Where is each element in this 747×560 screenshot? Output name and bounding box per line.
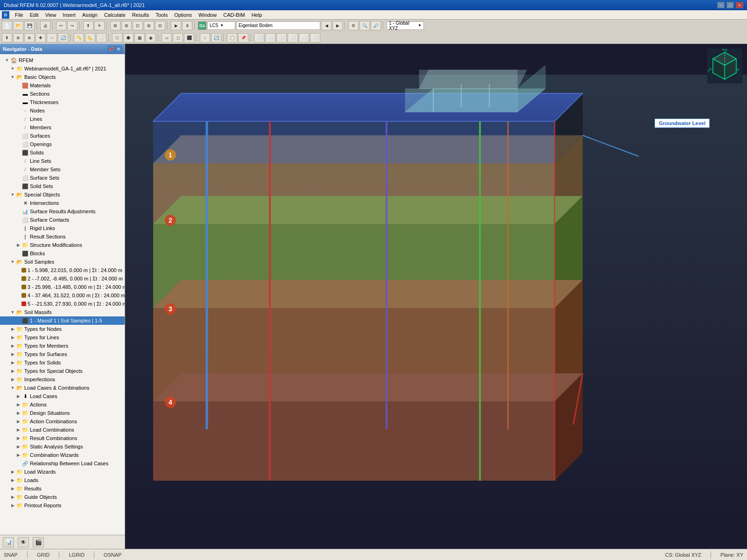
tree-surface-sets[interactable]: ⬜ Surface Sets xyxy=(0,174,125,182)
close-btn[interactable]: × xyxy=(736,2,743,8)
r2-13[interactable]: ◉ xyxy=(146,33,156,42)
undo-btn[interactable]: ↩ xyxy=(56,21,66,30)
tree-soil1[interactable]: 1 - 5.998, 22.015, 0.000 m | Σt : 24.000… xyxy=(0,266,125,274)
r2-22[interactable]: ⬜ xyxy=(265,33,275,42)
tree-soil3[interactable]: 3 - 25.998, -13.485, 0.000 m | Σt : 24.0… xyxy=(0,283,125,291)
grid-status[interactable]: GRID xyxy=(37,552,50,558)
tree-surfaces[interactable]: ⬜ Surfaces xyxy=(0,132,125,140)
print-btn[interactable]: 🖨 xyxy=(40,21,50,30)
tb12[interactable]: 🔎 xyxy=(371,21,381,30)
r2-5[interactable]: ↔ xyxy=(47,33,57,42)
lc-selector[interactable]: LC5 ▼ xyxy=(207,21,235,30)
tree-solids[interactable]: ⬛ Solids xyxy=(0,148,125,157)
tree-result-sections[interactable]: | Result Sections xyxy=(0,232,125,241)
redo-btn[interactable]: ↪ xyxy=(67,21,78,30)
tree-types-solids[interactable]: ▶ 📁 Types for Solids xyxy=(0,358,125,367)
basic-toggle[interactable]: ▼ xyxy=(9,74,16,80)
nav-view-btn[interactable]: 🎬 xyxy=(33,537,44,547)
osnap-status[interactable]: OSNAP xyxy=(104,552,122,558)
tree-member-sets[interactable]: / Member Sets xyxy=(0,165,125,174)
soil-toggle[interactable]: ▼ xyxy=(9,259,16,265)
tree-surface-contacts[interactable]: ⬜ Surface Contacts xyxy=(0,216,125,224)
tree-line-sets[interactable]: / Line Sets xyxy=(0,157,125,165)
tree-types-lines[interactable]: ▶ 📁 Types for Lines xyxy=(0,333,125,342)
tree-sections[interactable]: ▬ Sections xyxy=(0,90,125,98)
tb4[interactable]: ⊞ xyxy=(121,21,132,30)
tree-file[interactable]: ▼ 📁 Webinarmodell_GA-1_all.rf6* | 2021 xyxy=(0,64,125,73)
lc-prev[interactable]: ◀ xyxy=(321,21,331,30)
r2-18[interactable]: 🔃 xyxy=(211,33,221,42)
tb3[interactable]: ⊞ xyxy=(110,21,120,30)
r2-21[interactable]: ⬜ xyxy=(254,33,264,42)
menu-view[interactable]: View xyxy=(42,11,59,19)
tree-soil-massifs[interactable]: ▼ 📂 Soil Massifs xyxy=(0,308,125,316)
menu-calculate[interactable]: Calculate xyxy=(101,11,128,19)
tree-load-wizards[interactable]: ▶ 📁 Load Wizards xyxy=(0,468,125,476)
r2-8[interactable]: 📐 xyxy=(85,33,95,42)
tree-imperfections[interactable]: ▶ 📁 Imperfections xyxy=(0,375,125,384)
tree-printout-reports[interactable]: ▶ 📁 Printout Reports xyxy=(0,501,125,510)
tree-basic-objects[interactable]: ▼ 📂 Basic Objects xyxy=(0,73,125,81)
r2-9[interactable]: ⬜ xyxy=(96,33,106,42)
r2-11[interactable]: ⬢ xyxy=(123,33,134,42)
tree-combination-wizards[interactable]: ▶ 📁 Combination Wizards xyxy=(0,451,125,459)
maximize-btn[interactable]: □ xyxy=(726,2,734,8)
r2-12[interactable]: ▦ xyxy=(134,33,145,42)
tree-lines[interactable]: / Lines xyxy=(0,115,125,123)
tree-guide-objects[interactable]: ▶ 📁 Guide Objects xyxy=(0,493,125,501)
r2-1[interactable]: ⬆ xyxy=(2,33,12,42)
r2-20[interactable]: 📌 xyxy=(238,33,248,42)
r2-23[interactable]: ⬜ xyxy=(276,33,287,42)
minimize-btn[interactable]: − xyxy=(717,2,725,8)
menu-window[interactable]: Window xyxy=(196,11,219,19)
menu-help[interactable]: Help xyxy=(249,11,265,19)
select-btn[interactable]: ⬆ xyxy=(83,21,93,30)
r2-4[interactable]: ✚ xyxy=(35,33,46,42)
tree-types-members[interactable]: ▶ 📁 Types for Members xyxy=(0,342,125,350)
open-btn[interactable]: 📂 xyxy=(13,21,23,30)
r2-17[interactable]: ↕ xyxy=(200,33,210,42)
r2-25[interactable]: ⬜ xyxy=(299,33,309,42)
tree-blocks[interactable]: ⬛ Blocks xyxy=(0,249,125,258)
tree-types-nodes[interactable]: ▶ 📁 Types for Nodes xyxy=(0,325,125,333)
r2-3[interactable]: ⊗ xyxy=(24,33,35,42)
r2-16[interactable]: ⬛ xyxy=(184,33,194,42)
tree-design-situations[interactable]: ▶ 📁 Design Situations xyxy=(0,409,125,417)
tb6[interactable]: ⊞ xyxy=(144,21,154,30)
tree-static-analysis[interactable]: ▶ 📁 Static Analysis Settings xyxy=(0,442,125,451)
tree-load-cases[interactable]: ▶ ⬇ Load Cases xyxy=(0,392,125,400)
tree-rfem[interactable]: ▼ 🏠 RFEM xyxy=(0,56,125,64)
move-btn[interactable]: ✛ xyxy=(94,21,105,30)
r2-15[interactable]: ◻ xyxy=(173,33,183,42)
file-toggle[interactable]: ▼ xyxy=(9,65,16,72)
r2-6[interactable]: 🔄 xyxy=(58,33,68,42)
r2-24[interactable]: ⬜ xyxy=(288,33,298,42)
rfem-toggle[interactable]: ▼ xyxy=(4,57,10,63)
tree-types-surfaces[interactable]: ▶ 📁 Types for Surfaces xyxy=(0,350,125,358)
coord-system[interactable]: 1 - Global XYZ ▼ xyxy=(387,21,424,30)
tree-relationship[interactable]: 🔗 Relationship Between Load Cases xyxy=(0,459,125,468)
tree-actions[interactable]: ▶ 📁 Actions xyxy=(0,400,125,409)
tree-openings[interactable]: ⬜ Openings xyxy=(0,140,125,148)
nav-display-btn[interactable]: 👁 xyxy=(18,537,29,547)
special-toggle[interactable]: ▼ xyxy=(9,191,16,198)
menu-insert[interactable]: Insert xyxy=(60,11,78,19)
save-btn[interactable]: 💾 xyxy=(24,21,35,30)
r2-26[interactable]: ⬜ xyxy=(310,33,320,42)
tree-members[interactable]: / Members xyxy=(0,123,125,132)
menu-file[interactable]: File xyxy=(12,11,26,19)
tree-loads[interactable]: ▶ 📁 Loads xyxy=(0,476,125,484)
tree-soil2[interactable]: 2 - -7.002, -8.485, 0.000 m | Σt : 24.00… xyxy=(0,274,125,283)
tb5[interactable]: ⊡ xyxy=(133,21,143,30)
tree-solid-sets[interactable]: ⬛ Solid Sets xyxy=(0,182,125,190)
tree-load-cases-combos[interactable]: ▼ 📂 Load Cases & Combinations xyxy=(0,384,125,392)
tree-special-objects[interactable]: ▼ 📂 Special Objects xyxy=(0,190,125,199)
r2-7[interactable]: 📏 xyxy=(74,33,84,42)
tree-intersections[interactable]: ✕ Intersections xyxy=(0,199,125,207)
tree-load-combinations[interactable]: ▶ 📁 Load Combinations xyxy=(0,426,125,434)
tb9[interactable]: ⏸ xyxy=(182,21,192,30)
menu-assign[interactable]: Assign xyxy=(79,11,100,19)
tree-soil5[interactable]: 5 - -21.530, 27.930, 0.000 m | Σt : 24.0… xyxy=(0,300,125,308)
nav-close-btn[interactable]: × xyxy=(115,46,122,52)
tree-structure-mods[interactable]: ▶ 📁 Structure Modifications xyxy=(0,241,125,249)
